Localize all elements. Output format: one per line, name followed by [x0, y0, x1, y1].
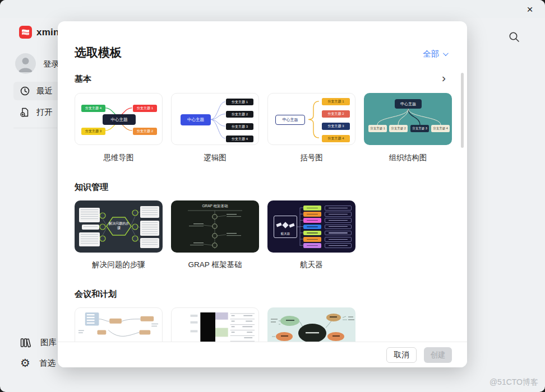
branch-node: 分支主题 2: [389, 125, 408, 132]
note-box: [140, 206, 159, 218]
screen: × xmind 登录 最近 打开 图库 ⚙: [0, 0, 545, 392]
desc-box: [325, 243, 352, 248]
spacecraft-label: 航天器: [274, 232, 297, 236]
dialog-title: 选取模板: [75, 45, 122, 60]
template-label: 思维导图: [75, 153, 163, 163]
section-heading-basic: 基本: [75, 74, 91, 85]
template-card-grap[interactable]: GRAP 框架基础: [171, 200, 259, 253]
template-label: 航天器: [267, 260, 355, 270]
close-icon: ×: [526, 3, 533, 16]
branch-node: 分支主题 3: [226, 123, 253, 130]
branch-node: 分支主题 1: [368, 125, 387, 132]
center-node: 中心主题: [395, 99, 422, 109]
sidebar-item-label: 最近: [36, 86, 53, 96]
note-box: [140, 238, 159, 248]
grap-wires: [171, 200, 259, 253]
section-heading-meeting: 会议和计划: [75, 289, 117, 300]
topic-chip: [303, 231, 321, 236]
sidebar-item-label: 打开: [36, 107, 53, 118]
desc-box: [325, 212, 352, 217]
search-icon: [508, 31, 520, 43]
topic-chip: [303, 225, 321, 230]
template-label: 逻辑图: [171, 153, 259, 163]
branch-node: 分支主题 3: [81, 128, 105, 135]
branch-node: 分支主题 1: [226, 99, 253, 105]
cancel-button[interactable]: 取消: [386, 347, 417, 363]
login-label[interactable]: 登录: [43, 59, 59, 69]
clock-icon: [20, 86, 30, 96]
template-card-problem-steps[interactable]: 解决问题的步骤: [75, 200, 163, 253]
avatar[interactable]: [15, 53, 36, 74]
branch-node: 分支主题 2: [322, 110, 350, 118]
gear-icon: ⚙: [20, 357, 30, 368]
open-file-icon: [20, 108, 30, 117]
topic-chip: [303, 206, 321, 211]
template-card-orgchart[interactable]: 中心主题 分支主题 1 分支主题 2 分支主题 3 分支主题 4: [364, 93, 452, 145]
sidebar-item-open[interactable]: 打开: [13, 103, 61, 122]
center-node: 中心主题: [275, 115, 305, 125]
branch-node: 分支主题 1: [133, 105, 157, 112]
note-box: [79, 208, 100, 222]
xmind-logo-icon: [19, 26, 32, 39]
filter-dropdown[interactable]: 全部: [423, 49, 447, 59]
desc-box: [325, 225, 352, 230]
library-icon: [20, 338, 31, 348]
desc-box: [325, 218, 352, 223]
satellite-icon: [274, 218, 297, 232]
window-titlebar: [0, 0, 545, 18]
template-card-mindmap[interactable]: 分支主题 4 分支主题 1 分支主题 3 分支主题 2 中心主题: [75, 93, 163, 145]
branch-node: 分支主题 4: [322, 135, 350, 142]
chevron-right-icon: ›: [442, 71, 446, 84]
branch-node: 分支主题 1: [322, 98, 350, 105]
branch-node: 分支主题 2: [226, 111, 253, 118]
center-node: 中心主题: [181, 114, 211, 125]
search-button[interactable]: [508, 31, 520, 43]
filter-label: 全部: [423, 49, 439, 59]
template-card-spacecraft[interactable]: 航天器: [267, 200, 355, 253]
create-button[interactable]: 创建: [424, 347, 452, 363]
topic-chip: [303, 243, 321, 248]
branch-node: 分支主题 4: [431, 125, 450, 132]
scrollbar-thumb[interactable]: [461, 73, 464, 148]
branch-node: 分支主题 4: [81, 105, 105, 112]
chevron-down-icon: [443, 50, 449, 56]
template-label: GRAP 框架基础: [171, 260, 259, 270]
topic-chip: [303, 212, 321, 217]
sidebar-divider: [13, 128, 57, 128]
template-card-bracket[interactable]: 中心主题 分支主题 1 分支主题 2 分支主题 3 分支主题 4: [267, 93, 355, 145]
topic-chip: [303, 218, 321, 223]
note-box: [140, 221, 159, 236]
window-close-button[interactable]: ×: [523, 2, 537, 17]
branch-node: 分支主题 3: [410, 125, 429, 132]
person-icon: [15, 53, 36, 74]
section-heading-knowledge: 知识管理: [75, 182, 108, 193]
sidebar-item-recent[interactable]: 最近: [13, 82, 61, 100]
template-label: 括号图: [267, 153, 355, 163]
note-box: [79, 232, 100, 246]
desc-box: [325, 206, 352, 211]
center-node-label: 解决问题的步骤: [108, 222, 130, 231]
topic-chip: [303, 237, 321, 242]
desc-box: [325, 231, 352, 236]
center-node: 中心主题: [103, 114, 136, 125]
template-picker-dialog: 选取模板 全部 基本 › 分支主题 4 分支主题 1 分支主题 3: [58, 21, 467, 367]
spacecraft-node: 航天器: [274, 216, 297, 238]
desc-box: [325, 237, 352, 242]
template-card-logic[interactable]: 中心主题 分支主题 1 分支主题 2 分支主题 3 分支主题 4: [171, 93, 259, 145]
branch-node: 分支主题 2: [133, 128, 157, 135]
dialog-footer: 取消 创建: [58, 342, 467, 367]
sidebar-item-gallery[interactable]: 图库: [20, 337, 57, 348]
app-window: × xmind 登录 最近 打开 图库 ⚙: [0, 0, 545, 392]
sidebar-item-preferences[interactable]: ⚙ 首选: [20, 357, 56, 368]
template-label: 解决问题的步骤: [75, 260, 163, 270]
watermark: @51CTO博客: [489, 377, 538, 388]
template-label: 组织结构图: [364, 153, 452, 163]
sidebar-item-label: 首选: [39, 358, 56, 368]
sidebar-item-label: 图库: [40, 337, 57, 348]
branch-node: 分支主题 4: [226, 136, 253, 142]
note-box: [82, 225, 99, 230]
branch-node: 分支主题 3: [322, 123, 350, 130]
section-more-button[interactable]: ›: [442, 72, 446, 83]
